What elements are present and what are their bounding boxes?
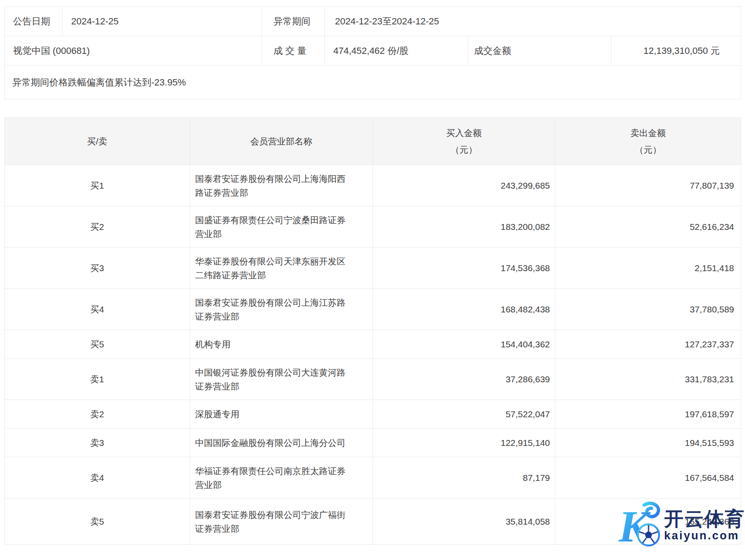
row-side-label: 买4: [5, 289, 190, 330]
table-row: 买2 国盛证券有限责任公司宁波桑田路证券营业部 183,200,082 52,6…: [5, 206, 741, 248]
sell-amount-title: 卖出金额: [555, 125, 741, 141]
table-row: 买1 国泰君安证券股份有限公司上海海阳西路证券营业部 243,299,685 7…: [5, 165, 741, 206]
sell-amount: 52,616,234: [555, 206, 741, 248]
buy-amount-title: 买入金额: [373, 125, 555, 141]
turnover-value: 12,139,310,050 元: [611, 36, 741, 66]
branch-name: 国泰君安证券股份有限公司宁波广福街证券营业部: [195, 508, 350, 536]
announcement-summary-table: 公告日期 2024-12-25 异常期间 2024-12-23至2024-12-…: [4, 6, 741, 99]
buy-amount: 87,179: [373, 457, 555, 499]
column-header-sell-amount: 卖出金额 （元）: [555, 118, 741, 165]
table-row: 买4 国泰君安证券股份有限公司上海江苏路证券营业部 168,482,438 37…: [5, 289, 741, 330]
sell-amount: 37,780,589: [555, 289, 741, 330]
sell-amount: 77,807,139: [555, 165, 741, 206]
table-header-row: 买/卖 会员营业部名称 买入金额 （元） 卖出金额 （元）: [5, 118, 741, 165]
volume-value: 474,452,462 份/股: [325, 36, 468, 66]
turnover-label: 成交金额: [468, 36, 611, 66]
column-header-buy-amount: 买入金额 （元）: [373, 118, 555, 165]
buy-amount: 57,522,047: [373, 400, 555, 429]
branch-name: 华福证券有限责任公司南京胜太路证券营业部: [195, 464, 350, 492]
column-header-side: 买/卖: [5, 118, 190, 165]
page: 公告日期 2024-12-25 异常期间 2024-12-23至2024-12-…: [0, 0, 745, 545]
table-row: 卖2 深股通专用 57,522,047 197,618,597: [5, 400, 741, 429]
branch-name: 机构专用: [195, 337, 350, 351]
row-side-label: 买1: [5, 165, 190, 206]
buy-amount: 37,286,639: [373, 359, 555, 400]
sell-amount-unit: （元）: [555, 141, 741, 158]
column-header-branch-name: 会员营业部名称: [190, 118, 373, 165]
branch-name: 中国银河证券股份有限公司大连黄河路证券营业部: [195, 365, 350, 393]
volume-label: 成 交 量: [262, 36, 325, 66]
buy-amount: 154,404,362: [373, 330, 555, 359]
branch-name: 深股通专用: [195, 407, 350, 421]
sell-amount: 165,248,366: [555, 499, 741, 545]
announce-date-label: 公告日期: [5, 7, 63, 36]
stock-title: 视觉中国 (000681): [5, 36, 262, 66]
buy-amount: 35,814,058: [373, 499, 555, 545]
buy-amount: 183,200,082: [373, 206, 555, 248]
sell-amount: 167,564,584: [555, 457, 741, 499]
buy-amount: 122,915,140: [373, 429, 555, 457]
buy-amount-unit: （元）: [373, 141, 555, 158]
row-side-label: 买3: [5, 248, 190, 289]
table-row: 卖5 国泰君安证券股份有限公司宁波广福街证券营业部 35,814,058 165…: [5, 499, 741, 545]
branch-name: 国泰君安证券股份有限公司上海江苏路证券营业部: [195, 296, 350, 323]
branch-name: 中国国际金融股份有限公司上海分公司: [195, 436, 350, 450]
row-side-label: 卖2: [5, 400, 190, 429]
sell-amount: 194,515,593: [555, 429, 741, 457]
abnormal-period-value: 2024-12-23至2024-12-25: [325, 7, 741, 36]
table-row: 买3 华泰证券股份有限公司天津东丽开发区二纬路证券营业部 174,536,368…: [5, 248, 741, 289]
sell-amount: 197,618,597: [555, 400, 741, 429]
row-side-label: 买5: [5, 330, 190, 359]
deviation-note: 异常期间价格跌幅偏离值累计达到-23.95%: [5, 66, 741, 99]
abnormal-period-label: 异常期间: [262, 7, 325, 36]
broker-seats-table: 买/卖 会员营业部名称 买入金额 （元） 卖出金额 （元） 买1 国泰君安证券股…: [4, 117, 741, 545]
row-side-label: 卖5: [5, 499, 190, 545]
branch-name: 华泰证券股份有限公司天津东丽开发区二纬路证券营业部: [195, 254, 350, 282]
buy-amount: 174,536,368: [373, 248, 555, 289]
table-row: 卖1 中国银河证券股份有限公司大连黄河路证券营业部 37,286,639 331…: [5, 359, 741, 400]
table-row: 买5 机构专用 154,404,362 127,237,337: [5, 330, 741, 359]
row-side-label: 卖4: [5, 457, 190, 499]
buy-amount: 243,299,685: [373, 165, 555, 206]
sell-amount: 2,151,418: [555, 248, 741, 289]
buy-amount: 168,482,438: [373, 289, 555, 330]
branch-name: 国盛证券有限责任公司宁波桑田路证券营业部: [195, 213, 350, 241]
row-side-label: 卖1: [5, 359, 190, 400]
table-row: 卖3 中国国际金融股份有限公司上海分公司 122,915,140 194,515…: [5, 429, 741, 457]
table-row: 卖4 华福证券有限责任公司南京胜太路证券营业部 87,179 167,564,5…: [5, 457, 741, 499]
sell-amount: 127,237,337: [555, 330, 741, 359]
announce-date-value: 2024-12-25: [63, 7, 262, 36]
row-side-label: 卖3: [5, 429, 190, 457]
branch-name: 国泰君安证券股份有限公司上海海阳西路证券营业部: [195, 172, 350, 200]
sell-amount: 331,783,231: [555, 359, 741, 400]
row-side-label: 买2: [5, 206, 190, 248]
